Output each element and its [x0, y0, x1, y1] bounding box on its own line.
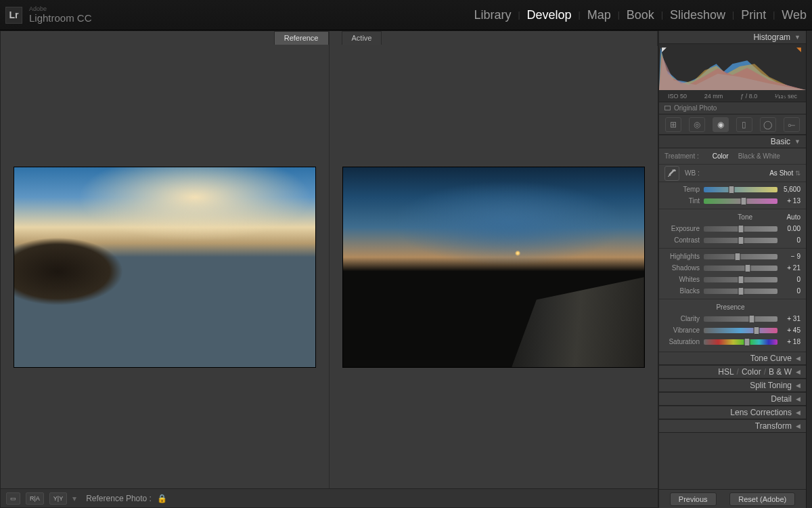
- reference-photo-label: Reference Photo :: [86, 494, 152, 503]
- histogram-header[interactable]: Histogram▼: [659, 30, 806, 44]
- temp-label: Temp: [664, 186, 704, 193]
- app-logo: Lr: [5, 7, 22, 24]
- clarity-slider[interactable]: [704, 316, 777, 322]
- highlights-value[interactable]: − 9: [777, 253, 800, 260]
- highlight-clip-icon[interactable]: ◥: [796, 46, 803, 53]
- wb-dropdown[interactable]: As Shot ⇅: [769, 169, 800, 177]
- module-map[interactable]: Map: [587, 8, 611, 22]
- detail-header[interactable]: Detail◀: [659, 392, 806, 406]
- tint-label: Tint: [664, 197, 704, 205]
- whites-slider[interactable]: [704, 277, 777, 282]
- radial-tool-icon[interactable]: ◯: [760, 117, 776, 132]
- shadows-value[interactable]: + 21: [777, 264, 800, 272]
- reference-tab[interactable]: Reference: [274, 31, 329, 45]
- module-print[interactable]: Print: [741, 8, 766, 22]
- triangle-left-icon: ◀: [796, 409, 800, 416]
- compare-ra-icon[interactable]: R|A: [26, 492, 44, 505]
- redeye-tool-icon[interactable]: ◉: [713, 117, 729, 132]
- lens-corrections-header[interactable]: Lens Corrections◀: [659, 406, 806, 419]
- hsl-header[interactable]: HSL/ Color/ B & W ◀: [659, 365, 806, 379]
- tone-section-label: Tone: [704, 213, 786, 221]
- viewer: Reference Active ▭ R|A Y|Y ▾ Referenc: [0, 30, 658, 508]
- triangle-left-icon: ◀: [796, 423, 800, 429]
- treatment-label: Treatment :: [664, 152, 703, 160]
- compare-single-icon[interactable]: ▭: [6, 492, 20, 505]
- triangle-down-icon: ▼: [794, 138, 800, 145]
- original-photo-row[interactable]: Original Photo: [659, 102, 806, 114]
- exposure-value[interactable]: 0.00: [777, 225, 800, 232]
- app-window: Lr Adobe Lightroom CC Library| Develop| …: [0, 0, 812, 508]
- viewer-tabs: Reference Active: [1, 31, 658, 46]
- hist-focal: 24 mm: [704, 93, 723, 100]
- module-web[interactable]: Web: [782, 8, 807, 22]
- contrast-label: Contrast: [664, 236, 704, 244]
- clarity-value[interactable]: + 31: [777, 315, 800, 322]
- top-bar: Lr Adobe Lightroom CC Library| Develop| …: [0, 0, 812, 30]
- module-slideshow[interactable]: Slideshow: [670, 8, 725, 22]
- whites-value[interactable]: 0: [777, 276, 800, 283]
- eyedropper-icon[interactable]: [664, 166, 679, 181]
- brand-block: Adobe Lightroom CC: [29, 6, 92, 24]
- temp-value[interactable]: 5,600: [777, 186, 800, 193]
- vibrance-label: Vibrance: [664, 326, 704, 334]
- split-toning-header[interactable]: Split Toning◀: [659, 379, 806, 392]
- right-panel: Histogram▼ ◤ ◥ ISO 50 24 mm ƒ / 8.0 ¹⁄₁₂…: [658, 30, 806, 508]
- active-tab[interactable]: Active: [342, 31, 382, 45]
- tint-value[interactable]: + 13: [777, 197, 800, 205]
- contrast-slider[interactable]: [704, 238, 777, 243]
- treatment-color[interactable]: Color: [713, 152, 729, 160]
- active-pane[interactable]: [330, 46, 658, 488]
- lock-icon[interactable]: 🔒: [157, 494, 167, 503]
- graduated-tool-icon[interactable]: ▯: [736, 117, 752, 132]
- blacks-value[interactable]: 0: [777, 287, 800, 295]
- auto-tone-button[interactable]: Auto: [786, 213, 800, 221]
- treatment-bw[interactable]: Black & White: [738, 152, 780, 160]
- module-develop[interactable]: Develop: [527, 8, 572, 22]
- module-library[interactable]: Library: [474, 8, 511, 22]
- original-photo-label: Original Photo: [674, 104, 717, 112]
- saturation-slider[interactable]: [704, 339, 777, 345]
- blacks-label: Blacks: [664, 287, 704, 295]
- contrast-value[interactable]: 0: [777, 236, 800, 244]
- right-scrollbar[interactable]: [806, 30, 812, 508]
- vibrance-value[interactable]: + 45: [777, 326, 800, 334]
- shadows-label: Shadows: [664, 264, 704, 272]
- main-area: Reference Active ▭ R|A Y|Y ▾ Referenc: [0, 30, 812, 508]
- presence-section-label: Presence: [664, 303, 800, 311]
- basic-panel: Treatment : Color Black & White WB : As …: [659, 148, 806, 352]
- reference-photo: [14, 167, 315, 368]
- tint-slider[interactable]: [704, 198, 777, 204]
- shadow-clip-icon[interactable]: ◤: [662, 46, 669, 53]
- previous-button[interactable]: Previous: [670, 492, 717, 506]
- blacks-slider[interactable]: [704, 289, 777, 294]
- histogram[interactable]: ◤ ◥ ISO 50 24 mm ƒ / 8.0 ¹⁄₁₂₅ sec: [659, 44, 806, 102]
- basic-header[interactable]: Basic▼: [659, 135, 806, 148]
- triangle-left-icon: ◀: [796, 368, 800, 375]
- module-picker: Library| Develop| Map| Book| Slideshow| …: [474, 8, 807, 22]
- temp-slider[interactable]: [704, 187, 777, 192]
- transform-header[interactable]: Transform◀: [659, 419, 806, 433]
- hist-iso: ISO 50: [668, 93, 687, 100]
- compare-yy-icon[interactable]: Y|Y: [49, 492, 67, 505]
- highlights-slider[interactable]: [704, 254, 777, 259]
- shadows-slider[interactable]: [704, 266, 777, 271]
- module-book[interactable]: Book: [627, 8, 654, 22]
- hist-shutter: ¹⁄₁₂₅ sec: [775, 93, 797, 100]
- triangle-left-icon: ◀: [796, 355, 800, 362]
- saturation-value[interactable]: + 18: [777, 338, 800, 345]
- tone-curve-header[interactable]: Tone Curve◀: [659, 352, 806, 365]
- reference-pane[interactable]: [1, 46, 330, 488]
- right-footer: Previous Reset (Adobe): [659, 489, 806, 508]
- exposure-slider[interactable]: [704, 226, 777, 232]
- brush-tool-icon[interactable]: ⟜: [784, 117, 800, 132]
- crop-tool-icon[interactable]: ⊞: [665, 117, 681, 132]
- vibrance-slider[interactable]: [704, 328, 777, 333]
- checkbox-icon[interactable]: [664, 106, 671, 110]
- clarity-label: Clarity: [664, 315, 704, 322]
- exposure-label: Exposure: [664, 225, 704, 232]
- spot-tool-icon[interactable]: ◎: [689, 117, 705, 132]
- reset-button[interactable]: Reset (Adobe): [729, 492, 795, 506]
- product-label: Lightroom CC: [29, 13, 92, 24]
- triangle-left-icon: ◀: [796, 382, 800, 389]
- wb-label: WB :: [685, 169, 700, 177]
